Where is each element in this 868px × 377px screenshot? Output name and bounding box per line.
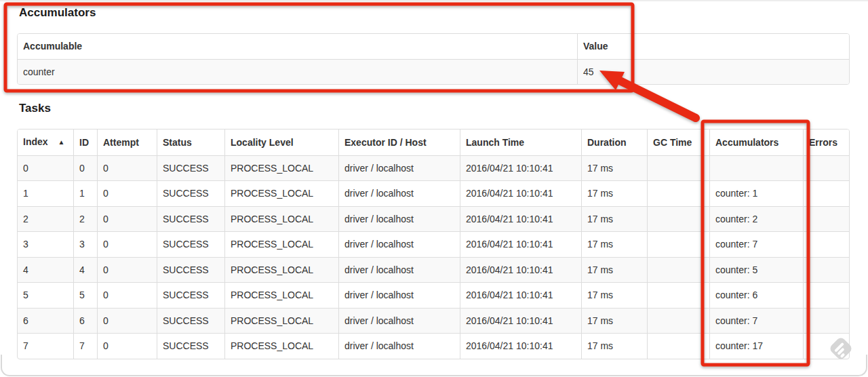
table-cell: 1 <box>73 180 97 206</box>
table-cell: 17 ms <box>581 180 647 206</box>
table-cell: SUCCESS <box>157 155 224 181</box>
table-cell: PROCESS_LOCAL <box>224 180 338 206</box>
tasks-section-title: Tasks <box>19 102 51 115</box>
table-cell: counter <box>18 59 577 85</box>
table-cell: 0 <box>18 155 73 181</box>
table-row: 550SUCCESSPROCESS_LOCALdriver / localhos… <box>18 282 849 308</box>
table-cell <box>647 231 709 257</box>
table-cell: counter: 7 <box>709 231 803 257</box>
table-cell: PROCESS_LOCAL <box>224 206 338 232</box>
index-column-label: Index <box>23 136 48 147</box>
table-cell: 6 <box>18 308 73 334</box>
table-cell: counter: 6 <box>709 282 803 308</box>
table-cell: SUCCESS <box>157 231 224 257</box>
table-cell <box>803 333 849 359</box>
table-cell: 0 <box>73 155 97 181</box>
table-cell: 2016/04/21 10:10:41 <box>460 333 581 359</box>
table-cell: PROCESS_LOCAL <box>224 155 338 181</box>
table-cell: 4 <box>18 257 73 283</box>
table-cell: PROCESS_LOCAL <box>224 257 338 283</box>
window-top-edge <box>0 0 868 1</box>
table-row: 000SUCCESSPROCESS_LOCALdriver / localhos… <box>18 155 849 181</box>
table-cell: SUCCESS <box>157 257 224 283</box>
table-cell <box>803 231 849 257</box>
errors-column-header[interactable]: Errors <box>803 130 849 155</box>
table-row: 660SUCCESSPROCESS_LOCALdriver / localhos… <box>18 308 849 334</box>
table-cell: 2016/04/21 10:10:41 <box>460 155 581 181</box>
table-cell: 0 <box>97 282 157 308</box>
table-cell: 0 <box>97 257 157 283</box>
table-cell: driver / localhost <box>338 206 460 232</box>
launch-time-column-header[interactable]: Launch Time <box>460 130 581 155</box>
table-cell <box>647 206 709 232</box>
table-cell: SUCCESS <box>157 206 224 232</box>
accumulators-column-header[interactable]: Accumulators <box>709 130 803 155</box>
locality-level-column-header[interactable]: Locality Level <box>224 130 338 155</box>
table-cell: 17 ms <box>581 257 647 283</box>
table-cell: PROCESS_LOCAL <box>224 308 338 334</box>
table-cell: 6 <box>73 308 97 334</box>
table-cell: SUCCESS <box>157 308 224 334</box>
table-cell: 2016/04/21 10:10:41 <box>460 308 581 334</box>
index-column-header[interactable]: Index ▲ <box>18 130 73 155</box>
table-cell: 2016/04/21 10:10:41 <box>460 282 581 308</box>
table-cell: 17 ms <box>581 333 647 359</box>
table-cell: 2 <box>73 206 97 232</box>
table-row: 110SUCCESSPROCESS_LOCALdriver / localhos… <box>18 180 849 206</box>
status-column-header[interactable]: Status <box>157 130 224 155</box>
id-column-header[interactable]: ID <box>73 130 97 155</box>
table-cell: counter: 17 <box>709 333 803 359</box>
table-row: 440SUCCESSPROCESS_LOCALdriver / localhos… <box>18 257 849 283</box>
table-cell: SUCCESS <box>157 333 224 359</box>
table-cell: 4 <box>73 257 97 283</box>
table-cell: PROCESS_LOCAL <box>224 282 338 308</box>
table-cell: PROCESS_LOCAL <box>224 333 338 359</box>
table-cell: 2 <box>18 206 73 232</box>
table-cell <box>803 282 849 308</box>
table-cell: 2016/04/21 10:10:41 <box>460 257 581 283</box>
table-cell: 0 <box>97 231 157 257</box>
table-cell <box>803 257 849 283</box>
table-cell: 0 <box>97 333 157 359</box>
table-cell: 17 ms <box>581 231 647 257</box>
table-cell: driver / localhost <box>338 180 460 206</box>
table-cell <box>647 257 709 283</box>
table-cell: 17 ms <box>581 206 647 232</box>
table-cell: 2016/04/21 10:10:41 <box>460 231 581 257</box>
table-cell <box>803 155 849 181</box>
table-cell <box>803 308 849 334</box>
table-cell: driver / localhost <box>338 308 460 334</box>
table-cell: counter: 7 <box>709 308 803 334</box>
table-cell: 1 <box>18 180 73 206</box>
table-row: counter45 <box>18 59 849 85</box>
table-cell: 17 ms <box>581 308 647 334</box>
table-cell: 7 <box>73 333 97 359</box>
table-cell: 0 <box>97 308 157 334</box>
accumulable-column-header[interactable]: Accumulable <box>18 34 577 59</box>
table-cell: 3 <box>73 231 97 257</box>
spark-stage-page: Accumulators Accumulable Value counter45… <box>0 0 868 377</box>
value-column-header[interactable]: Value <box>577 34 849 59</box>
table-cell <box>803 206 849 232</box>
table-row: 220SUCCESSPROCESS_LOCALdriver / localhos… <box>18 206 849 232</box>
table-cell: counter: 1 <box>709 180 803 206</box>
table-cell: driver / localhost <box>338 333 460 359</box>
table-cell: 3 <box>18 231 73 257</box>
table-cell <box>709 155 803 181</box>
table-header-row: Accumulable Value <box>18 34 849 59</box>
annotation-arrow-shaft <box>618 80 696 118</box>
table-cell <box>647 180 709 206</box>
duration-column-header[interactable]: Duration <box>581 130 647 155</box>
gc-time-column-header[interactable]: GC Time <box>647 130 709 155</box>
table-cell <box>647 155 709 181</box>
attempt-column-header[interactable]: Attempt <box>97 130 157 155</box>
table-cell: driver / localhost <box>338 282 460 308</box>
table-cell: 5 <box>18 282 73 308</box>
table-cell: 2016/04/21 10:10:41 <box>460 206 581 232</box>
table-cell: 17 ms <box>581 155 647 181</box>
executor-host-column-header[interactable]: Executor ID / Host <box>338 130 460 155</box>
table-row: 770SUCCESSPROCESS_LOCALdriver / localhos… <box>18 333 849 359</box>
table-cell: 17 ms <box>581 282 647 308</box>
table-cell <box>803 180 849 206</box>
table-cell: SUCCESS <box>157 180 224 206</box>
